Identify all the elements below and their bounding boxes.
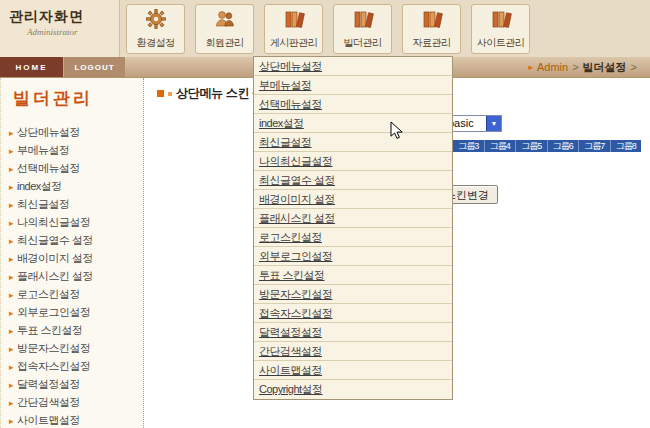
menu-button-label: 자료관리: [413, 36, 451, 50]
menu-button-members[interactable]: 회원관리: [195, 4, 254, 54]
breadcrumb: ▸ Admin > 빌더설정 >: [528, 57, 650, 77]
menu-button-site[interactable]: 사이트관리: [471, 4, 530, 54]
menu-button-label: 빌더관리: [344, 36, 382, 50]
arrow-bullet-icon: [9, 126, 17, 138]
sidebar-item[interactable]: 부메뉴설정: [1, 141, 143, 159]
arrow-bullet-icon: [9, 270, 17, 282]
menu-button-board[interactable]: 게시판관리: [264, 4, 323, 54]
sidebar-item[interactable]: 배경이미지 설정: [1, 249, 143, 267]
sidebar-item[interactable]: 로고스킨설정: [1, 285, 143, 303]
sidebar-item[interactable]: 투표 스킨설정: [1, 321, 143, 339]
breadcrumb-separator: >: [572, 57, 578, 78]
header: 관리자화면 Administrator: [0, 0, 650, 57]
top-menu: 환경설정 회원관리: [126, 4, 530, 54]
arrow-bullet-icon: [9, 234, 17, 246]
dropdown-menu-item[interactable]: 방문자스킨설정: [254, 285, 452, 304]
sidebar-item[interactable]: 간단검색설정: [1, 393, 143, 411]
menu-button-label: 회원관리: [206, 36, 244, 50]
data-icon: [420, 7, 444, 35]
menu-button-label: 게시판관리: [270, 36, 318, 50]
dropdown-menu-item[interactable]: 배경이미지 설정: [254, 190, 452, 209]
sidebar: 빌더관리 상단메뉴설정 부메뉴설정 선택메뉴설정 index설정 최신글설정 나…: [0, 78, 144, 428]
menu-preview-bar: 그룹3 그룹4 그룹5 그룹6 그룹7 그룹8: [453, 140, 641, 152]
sidebar-item[interactable]: 사이트맵설정: [1, 411, 143, 428]
dropdown-menu-item[interactable]: 최신글열수 설정: [254, 171, 452, 190]
chevron-down-icon[interactable]: ▼: [486, 116, 501, 131]
menu-button-label: 환경설정: [137, 36, 175, 50]
dropdown-menu-item[interactable]: 부메뉴설정: [254, 76, 452, 95]
dropdown-menu-item[interactable]: 나의최신글설정: [254, 152, 452, 171]
dropdown-menu-item[interactable]: index설정: [254, 114, 452, 133]
builder-dropdown-menu: 상단메뉴설정 부메뉴설정 선택메뉴설정 index설정 최신글설정 나의최신글설…: [253, 56, 453, 400]
mouse-cursor-icon: [390, 121, 404, 145]
dropdown-menu-item[interactable]: 접속자스킨설정: [254, 304, 452, 323]
arrow-bullet-icon: [9, 324, 17, 336]
sidebar-item[interactable]: 상단메뉴설정: [1, 123, 143, 141]
logout-button[interactable]: LOGOUT: [63, 57, 125, 77]
dropdown-menu-item[interactable]: 최신글설정: [254, 133, 452, 152]
dropdown-menu-item[interactable]: 사이트맵설정: [254, 361, 452, 380]
sidebar-item[interactable]: 달력설정설정: [1, 375, 143, 393]
board-icon: [282, 7, 306, 35]
sidebar-title: 빌더관리: [13, 87, 143, 110]
settings-icon: [144, 7, 168, 35]
sidebar-menu: 상단메뉴설정 부메뉴설정 선택메뉴설정 index설정 최신글설정 나의최신글설…: [1, 123, 143, 428]
preview-menu-group[interactable]: 그룹3: [453, 140, 485, 152]
menu-button-builder[interactable]: 빌더관리: [333, 4, 392, 54]
arrow-bullet-icon: [9, 288, 17, 300]
arrow-bullet-icon: [9, 414, 17, 426]
arrow-bullet-icon: [9, 378, 17, 390]
preview-menu-group[interactable]: 그룹8: [611, 140, 642, 152]
sidebar-item[interactable]: 접속자스킨설정: [1, 357, 143, 375]
arrow-bullet-icon: [9, 396, 17, 408]
arrow-bullet-icon: [9, 162, 17, 174]
sidebar-item[interactable]: 선택메뉴설정: [1, 159, 143, 177]
sidebar-item[interactable]: 최신글열수 설정: [1, 231, 143, 249]
dropdown-menu-item[interactable]: 외부로그인설정: [254, 247, 452, 266]
preview-menu-group[interactable]: 그룹7: [579, 140, 611, 152]
site-icon: [489, 7, 513, 35]
menu-button-label: 사이트관리: [477, 36, 525, 50]
sidebar-item[interactable]: index설정: [1, 177, 143, 195]
dropdown-menu-item[interactable]: 달력설정설정: [254, 323, 452, 342]
admin-screen: 관리자화면 Administrator: [0, 0, 650, 428]
logo: 관리자화면 Administrator: [0, 0, 120, 57]
breadcrumb-trailing: >: [631, 57, 637, 78]
dropdown-menu-item[interactable]: 플래시스킨 설정: [254, 209, 452, 228]
dropdown-menu-item[interactable]: 간단검색설정: [254, 342, 452, 361]
title-bullet-icon: [168, 92, 172, 96]
dropdown-menu-item[interactable]: 상단메뉴설정: [254, 57, 452, 76]
sidebar-item[interactable]: 최신글설정: [1, 195, 143, 213]
dropdown-menu-item[interactable]: 투표 스킨설정: [254, 266, 452, 285]
breadcrumb-current[interactable]: 빌더설정: [583, 57, 627, 78]
title-bullet-icon: [157, 90, 164, 97]
sidebar-item[interactable]: 외부로그인설정: [1, 303, 143, 321]
menu-button-data[interactable]: 자료관리: [402, 4, 461, 54]
dropdown-menu-item[interactable]: 로고스킨설정: [254, 228, 452, 247]
preview-menu-group[interactable]: 그룹4: [485, 140, 517, 152]
menu-button-settings[interactable]: 환경설정: [126, 4, 185, 54]
logo-title: 관리자화면: [9, 8, 119, 26]
home-button[interactable]: HOME: [0, 57, 63, 77]
arrow-bullet-icon: [9, 180, 17, 192]
arrow-bullet-icon: [9, 360, 17, 372]
arrow-bullet-icon: [9, 216, 17, 228]
arrow-bullet-icon: [9, 306, 17, 318]
arrow-bullet-icon: [9, 252, 17, 264]
arrow-bullet-icon: [9, 144, 17, 156]
sidebar-item[interactable]: 플래시스킨 설정: [1, 267, 143, 285]
preview-menu-group[interactable]: 그룹6: [548, 140, 580, 152]
builder-icon: [351, 7, 375, 35]
dropdown-menu-item[interactable]: 선택메뉴설정: [254, 95, 452, 114]
breadcrumb-arrow-icon: ▸: [528, 57, 533, 78]
sidebar-item[interactable]: 나의최신글설정: [1, 213, 143, 231]
arrow-bullet-icon: [9, 198, 17, 210]
dropdown-menu-item[interactable]: Copyright설정: [254, 380, 452, 399]
sidebar-item[interactable]: 방문자스킨설정: [1, 339, 143, 357]
breadcrumb-root[interactable]: Admin: [537, 57, 568, 78]
members-icon: [213, 7, 237, 35]
logo-subtitle: Administrator: [27, 27, 119, 37]
preview-menu-group[interactable]: 그룹5: [516, 140, 548, 152]
arrow-bullet-icon: [9, 342, 17, 354]
